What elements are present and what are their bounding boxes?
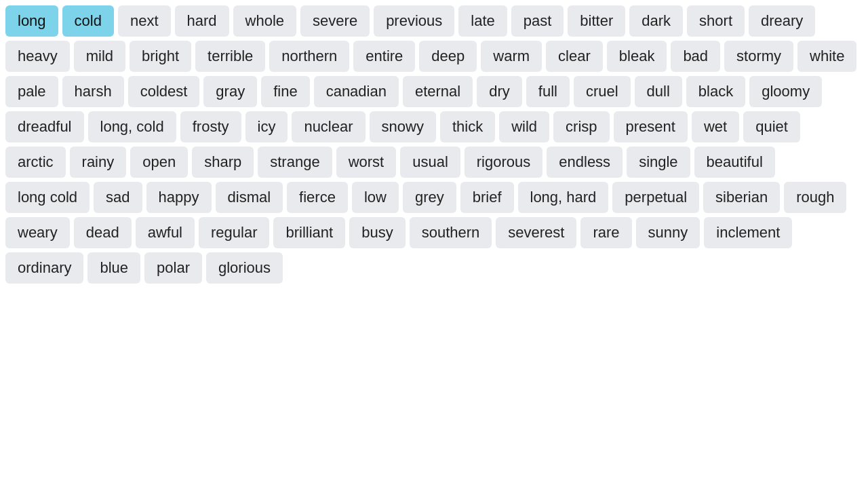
tag-item[interactable]: dull xyxy=(635,76,682,107)
tag-item[interactable]: pale xyxy=(5,76,58,107)
tag-item[interactable]: present xyxy=(614,111,688,142)
tag-item[interactable]: brief xyxy=(460,182,514,213)
tag-item[interactable]: fierce xyxy=(287,182,348,213)
tag-item[interactable]: sad xyxy=(94,182,142,213)
tag-item[interactable]: warm xyxy=(481,41,542,72)
tag-item[interactable]: rigorous xyxy=(465,147,542,178)
tag-item[interactable]: full xyxy=(526,76,570,107)
tag-item[interactable]: dead xyxy=(74,217,132,248)
tag-item[interactable]: regular xyxy=(199,217,269,248)
tag-item[interactable]: open xyxy=(130,147,188,178)
tag-item[interactable]: entire xyxy=(353,41,415,72)
tag-item[interactable]: bitter xyxy=(568,5,625,37)
tag-item[interactable]: ordinary xyxy=(5,252,83,284)
tag-item[interactable]: mild xyxy=(74,41,125,72)
tag-item[interactable]: dreadful xyxy=(5,111,84,142)
tag-item[interactable]: gray xyxy=(203,76,257,107)
tag-item[interactable]: black xyxy=(686,76,745,107)
tag-item[interactable]: dismal xyxy=(216,182,283,213)
tag-item[interactable]: rare xyxy=(580,217,631,248)
tag-item[interactable]: late xyxy=(458,5,507,37)
tag-item[interactable]: cruel xyxy=(574,76,631,107)
tag-item[interactable]: icy xyxy=(245,111,288,142)
tag-item[interactable]: eternal xyxy=(403,76,473,107)
tag-item[interactable]: crisp xyxy=(553,111,609,142)
tag-item[interactable]: long, hard xyxy=(518,182,609,213)
tag-item[interactable]: coldest xyxy=(128,76,200,107)
tag-item[interactable]: bleak xyxy=(607,41,667,72)
tag-item[interactable]: heavy xyxy=(5,41,70,72)
tag-item[interactable]: northern xyxy=(269,41,349,72)
tag-item[interactable]: inclement xyxy=(704,217,792,248)
tag-item[interactable]: severe xyxy=(300,5,370,37)
tag-item[interactable]: severest xyxy=(496,217,576,248)
tag-item[interactable]: snowy xyxy=(370,111,436,142)
tag-item[interactable]: previous xyxy=(374,5,454,37)
tag-item[interactable]: worst xyxy=(336,147,397,178)
tag-item[interactable]: happy xyxy=(146,182,212,213)
tag-item[interactable]: endless xyxy=(547,147,623,178)
tag-item[interactable]: southern xyxy=(410,217,492,248)
tag-item[interactable]: blue xyxy=(87,252,140,284)
tag-item[interactable]: long cold xyxy=(5,182,90,213)
tag-item[interactable]: perpetual xyxy=(612,182,699,213)
tag-item[interactable]: beautiful xyxy=(694,147,775,178)
tag-item[interactable]: strange xyxy=(258,147,332,178)
tag-item[interactable]: short xyxy=(687,5,745,37)
tag-item[interactable]: long xyxy=(5,5,58,37)
tag-item[interactable]: awful xyxy=(136,217,195,248)
tag-item[interactable]: rainy xyxy=(70,147,127,178)
tag-item[interactable]: arctic xyxy=(5,147,66,178)
tag-item[interactable]: terrible xyxy=(195,41,265,72)
tag-item[interactable]: deep xyxy=(419,41,477,72)
tag-item[interactable]: whole xyxy=(233,5,296,37)
tag-item[interactable]: glorious xyxy=(206,252,283,284)
tag-item[interactable]: busy xyxy=(349,217,405,248)
tag-item[interactable]: bright xyxy=(130,41,191,72)
tag-item[interactable]: weary xyxy=(5,217,70,248)
tag-item[interactable]: dry xyxy=(477,76,522,107)
tag-item[interactable]: single xyxy=(627,147,690,178)
tag-item[interactable]: polar xyxy=(144,252,202,284)
tag-item[interactable]: grey xyxy=(403,182,456,213)
tag-item[interactable]: cold xyxy=(62,5,114,37)
tag-item[interactable]: white xyxy=(797,41,856,72)
tag-item[interactable]: stormy xyxy=(724,41,793,72)
tag-item[interactable]: quiet xyxy=(743,111,800,142)
tag-item[interactable]: usual xyxy=(400,147,460,178)
tag-grid: longcoldnexthardwholeseverepreviouslatep… xyxy=(5,5,860,284)
tag-item[interactable]: next xyxy=(118,5,171,37)
tag-item[interactable]: dreary xyxy=(749,5,815,37)
tag-item[interactable]: nuclear xyxy=(292,111,365,142)
tag-item[interactable]: canadian xyxy=(314,76,399,107)
tag-item[interactable]: dark xyxy=(629,5,683,37)
tag-item[interactable]: sharp xyxy=(192,147,254,178)
tag-item[interactable]: siberian xyxy=(703,182,780,213)
tag-item[interactable]: fine xyxy=(261,76,309,107)
tag-item[interactable]: sunny xyxy=(636,217,701,248)
tag-item[interactable]: past xyxy=(511,5,564,37)
tag-item[interactable]: gloomy xyxy=(749,76,822,107)
tag-item[interactable]: thick xyxy=(440,111,495,142)
tag-item[interactable]: brilliant xyxy=(273,217,345,248)
tag-item[interactable]: harsh xyxy=(62,76,124,107)
tag-item[interactable]: hard xyxy=(175,5,229,37)
tag-item[interactable]: rough xyxy=(784,182,846,213)
tag-item[interactable]: long, cold xyxy=(88,111,176,142)
tag-item[interactable]: wet xyxy=(692,111,739,142)
tag-item[interactable]: wild xyxy=(499,111,549,142)
tag-item[interactable]: clear xyxy=(546,41,603,72)
tag-item[interactable]: bad xyxy=(671,41,720,72)
tag-item[interactable]: low xyxy=(352,182,399,213)
tag-item[interactable]: frosty xyxy=(180,111,241,142)
